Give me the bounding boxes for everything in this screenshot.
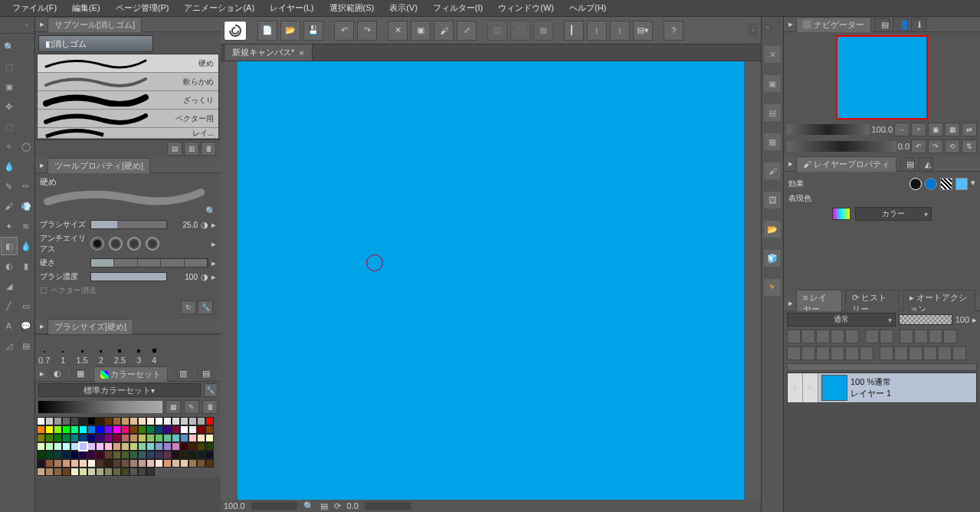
tool-brush[interactable]: 🖌 xyxy=(1,197,18,215)
lj-4[interactable] xyxy=(831,346,844,360)
color-swatch[interactable] xyxy=(129,451,138,459)
zoom-in-icon[interactable]: + xyxy=(911,123,926,136)
color-swatch[interactable] xyxy=(180,417,188,425)
color-swatch[interactable] xyxy=(37,434,45,442)
color-swatch[interactable] xyxy=(121,459,129,468)
color-swatch[interactable] xyxy=(163,425,172,434)
color-swatch[interactable] xyxy=(121,417,129,425)
color-swatch[interactable] xyxy=(70,442,79,451)
color-swatch[interactable] xyxy=(70,451,79,459)
tool-decoration[interactable]: ✦ xyxy=(1,217,18,235)
save-icon[interactable]: 💾 xyxy=(303,21,323,41)
canvas[interactable] xyxy=(238,61,744,500)
lj-12[interactable] xyxy=(952,346,966,360)
color-swatch[interactable] xyxy=(104,451,113,459)
color-swatch[interactable] xyxy=(163,459,172,468)
color-swatch[interactable] xyxy=(45,425,54,434)
li-5[interactable] xyxy=(845,330,859,343)
menu-selection[interactable]: 選択範囲(S) xyxy=(322,0,382,16)
li-2[interactable] xyxy=(801,330,815,343)
color-swatch[interactable] xyxy=(37,417,45,425)
tool-wand[interactable]: ✧ xyxy=(1,137,18,156)
subtool-add-icon[interactable]: ▤ xyxy=(167,142,182,156)
color-swatch[interactable] xyxy=(138,468,146,476)
color-swatch[interactable] xyxy=(155,459,163,468)
color-swatch[interactable] xyxy=(87,417,96,425)
strip-icon-3[interactable]: ▤ xyxy=(764,104,781,121)
color-swatch[interactable] xyxy=(37,468,45,476)
selall-icon[interactable]: ▦ xyxy=(533,21,553,41)
lj-8[interactable] xyxy=(894,346,908,360)
subtool-item-rough[interactable]: ざっくり xyxy=(38,91,218,110)
color-swatch[interactable] xyxy=(205,442,214,451)
layerprop-tab[interactable]: 🖌 レイヤープロパティ xyxy=(796,156,896,172)
brushsize-slider[interactable] xyxy=(90,220,167,229)
lj-3[interactable] xyxy=(816,346,830,360)
color-swatch[interactable] xyxy=(87,425,96,434)
color-swatch[interactable] xyxy=(70,434,79,442)
color-swatch[interactable] xyxy=(138,459,146,468)
color-swatch[interactable] xyxy=(188,417,197,425)
lj-6[interactable] xyxy=(860,346,873,360)
color-swatch[interactable] xyxy=(45,459,54,468)
effect-layercolor-icon[interactable] xyxy=(955,178,968,190)
color-swatch[interactable] xyxy=(121,442,129,451)
effect-border-icon[interactable] xyxy=(910,178,922,190)
color-swatch[interactable] xyxy=(121,451,129,459)
selinvert-icon[interactable]: ◫ xyxy=(487,21,507,41)
colorset-wrench-icon[interactable]: 🔧 xyxy=(204,383,218,397)
color-swatch[interactable] xyxy=(121,434,129,442)
prop-reset-icon[interactable]: ↻ xyxy=(181,300,196,314)
color-swatch[interactable] xyxy=(129,468,138,476)
li-11[interactable] xyxy=(943,330,957,343)
new-icon[interactable]: 📄 xyxy=(257,21,277,41)
color-swatch[interactable] xyxy=(96,425,104,434)
color-swatch[interactable] xyxy=(146,459,155,468)
tool-airbrush[interactable]: 💨 xyxy=(18,197,34,215)
zoom-100-icon[interactable]: ▦ xyxy=(945,123,960,136)
lj-10[interactable] xyxy=(923,346,937,360)
aa-option-2[interactable] xyxy=(109,237,123,251)
color-swatch[interactable] xyxy=(87,459,96,468)
color-swatch[interactable] xyxy=(104,442,113,451)
colorset-tabmini3[interactable]: ▥ xyxy=(173,367,193,380)
tool-eraser[interactable]: ◧ xyxy=(1,237,18,255)
color-swatch[interactable] xyxy=(79,417,87,425)
color-swatch[interactable] xyxy=(37,442,45,451)
expr-mode-combo[interactable]: カラー xyxy=(855,207,932,221)
color-swatch[interactable] xyxy=(172,459,180,468)
menu-help[interactable]: ヘルプ(H) xyxy=(562,0,614,16)
color-swatch[interactable] xyxy=(113,417,121,425)
strip-icon-9[interactable]: 🏃 xyxy=(764,279,781,296)
color-swatch[interactable] xyxy=(96,459,104,468)
strip-icon-5[interactable]: 🖌 xyxy=(764,162,781,179)
tool-fill[interactable]: ▮ xyxy=(18,257,34,275)
tool-line[interactable]: ╱ xyxy=(1,297,18,315)
color-swatch[interactable] xyxy=(155,425,163,434)
lj-9[interactable] xyxy=(909,346,923,360)
color-swatch[interactable] xyxy=(146,417,155,425)
toolprop-tab[interactable]: ツールプロパティ[硬め] xyxy=(48,158,150,173)
color-swatch[interactable] xyxy=(62,451,70,459)
redo-icon[interactable]: ↷ xyxy=(357,21,377,41)
color-swatch[interactable] xyxy=(129,434,138,442)
color-swatch[interactable] xyxy=(197,434,205,442)
color-swatch[interactable] xyxy=(113,468,121,476)
colorset-selector[interactable]: 標準カラーセット ▾ xyxy=(38,383,201,397)
menu-page[interactable]: ページ管理(P) xyxy=(108,0,177,16)
color-swatch[interactable] xyxy=(205,434,214,442)
subtool-dup-icon[interactable]: ▥ xyxy=(184,142,199,156)
colorset-tabmini1[interactable]: ◐ xyxy=(48,367,67,380)
color-swatch[interactable] xyxy=(197,425,205,434)
color-swatch[interactable] xyxy=(146,468,155,476)
prop-wrench-icon[interactable]: 🔧 xyxy=(198,300,213,314)
color-swatch[interactable] xyxy=(146,451,155,459)
color-swatch[interactable] xyxy=(188,425,197,434)
menu-animation[interactable]: アニメーション(A) xyxy=(176,0,262,16)
color-swatch[interactable] xyxy=(87,442,96,451)
layer-strip-track[interactable] xyxy=(787,363,977,371)
color-swatch[interactable] xyxy=(62,434,70,442)
color-swatch[interactable] xyxy=(155,451,163,459)
color-swatch[interactable] xyxy=(37,425,45,434)
color-swatch[interactable] xyxy=(96,451,104,459)
